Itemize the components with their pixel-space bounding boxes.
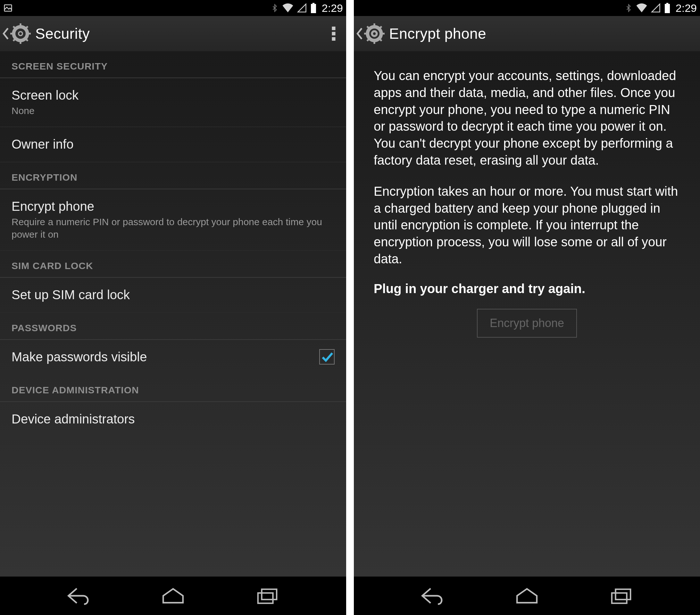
item-subtitle: None	[12, 104, 335, 117]
up-button[interactable]	[357, 23, 385, 44]
cell-signal-icon	[651, 3, 661, 13]
svg-rect-12	[262, 589, 277, 600]
svg-rect-9	[332, 27, 336, 30]
encrypt-paragraph-2: Encryption takes an hour or more. You mu…	[374, 183, 680, 268]
svg-rect-21	[612, 593, 627, 603]
picture-icon	[3, 3, 13, 13]
wifi-icon	[282, 3, 293, 13]
battery-icon	[310, 3, 317, 13]
phone-left: 2:29	[0, 0, 346, 615]
bluetooth-icon	[624, 2, 633, 13]
cell-signal-icon	[297, 3, 307, 13]
svg-rect-10	[332, 32, 336, 36]
item-title: Make passwords visible	[12, 349, 319, 365]
item-device-administrators[interactable]: Device administrators	[0, 402, 346, 437]
bluetooth-icon	[271, 2, 279, 13]
status-bar: 2:29	[0, 0, 346, 16]
svg-point-19	[373, 33, 376, 35]
section-header-encryption: ENCRYPTION	[0, 163, 346, 189]
navigation-bar	[0, 577, 346, 615]
section-header-screen-security: SCREEN SECURITY	[0, 51, 346, 78]
item-encrypt-phone[interactable]: Encrypt phone Require a numeric PIN or p…	[0, 189, 346, 251]
encrypt-body[interactable]: You can encrypt your accounts, settings,…	[354, 51, 700, 577]
page-title: Security	[35, 25, 90, 42]
svg-rect-20	[616, 589, 631, 600]
settings-gear-icon	[364, 23, 385, 44]
overflow-menu-button[interactable]	[326, 23, 342, 44]
item-subtitle: Require a numeric PIN or password to dec…	[12, 216, 335, 241]
item-owner-info[interactable]: Owner info	[0, 127, 346, 163]
chevron-left-icon	[2, 27, 9, 41]
nav-recents-button[interactable]	[252, 580, 283, 611]
page-title: Encrypt phone	[389, 25, 486, 42]
encrypt-description: You can encrypt your accounts, settings,…	[374, 67, 680, 268]
phone-right: 2:29	[354, 0, 700, 615]
nav-home-button[interactable]	[512, 580, 542, 611]
back-icon	[66, 586, 91, 605]
svg-rect-14	[666, 3, 668, 4]
item-sim-card-lock[interactable]: Set up SIM card lock	[0, 278, 346, 313]
svg-rect-15	[665, 4, 670, 13]
charger-warning: Plug in your charger and try again.	[374, 282, 680, 296]
svg-rect-11	[332, 37, 336, 41]
item-screen-lock[interactable]: Screen lock None	[0, 78, 346, 127]
nav-back-button[interactable]	[417, 580, 448, 611]
nav-home-button[interactable]	[158, 580, 188, 611]
action-bar: Encrypt phone	[354, 16, 700, 51]
wifi-icon	[636, 3, 648, 13]
item-title: Set up SIM card lock	[12, 287, 335, 303]
section-header-passwords: PASSWORDS	[0, 313, 346, 340]
home-icon	[515, 587, 539, 604]
recents-icon	[610, 587, 633, 604]
status-time: 2:29	[676, 2, 697, 14]
nav-recents-button[interactable]	[606, 580, 637, 611]
status-time: 2:29	[322, 2, 343, 14]
item-title: Screen lock	[12, 87, 335, 103]
svg-point-8	[19, 33, 22, 35]
settings-gear-icon	[10, 23, 31, 44]
nav-back-button[interactable]	[63, 580, 94, 611]
action-bar: Security	[0, 16, 346, 51]
item-title: Owner info	[12, 136, 335, 152]
section-header-sim-card-lock: SIM CARD LOCK	[0, 251, 346, 278]
encrypt-paragraph-1: You can encrypt your accounts, settings,…	[374, 67, 680, 169]
svg-rect-13	[258, 593, 273, 603]
svg-rect-2	[311, 4, 316, 13]
battery-icon	[664, 3, 671, 13]
item-title: Encrypt phone	[12, 198, 335, 214]
home-icon	[161, 587, 185, 604]
back-icon	[420, 586, 445, 605]
encrypt-phone-button: Encrypt phone	[477, 309, 577, 337]
item-title: Device administrators	[12, 411, 335, 427]
recents-icon	[256, 587, 278, 604]
section-header-device-admin: DEVICE ADMINISTRATION	[0, 375, 346, 402]
chevron-left-icon	[357, 27, 363, 41]
overflow-icon	[332, 27, 336, 41]
checkbox-passwords-visible[interactable]	[319, 349, 335, 364]
svg-rect-1	[312, 3, 314, 4]
status-bar: 2:29	[354, 0, 700, 16]
navigation-bar	[354, 577, 700, 615]
item-passwords-visible[interactable]: Make passwords visible	[0, 340, 346, 375]
check-icon	[321, 350, 333, 363]
up-button[interactable]	[2, 23, 31, 44]
settings-list[interactable]: SCREEN SECURITY Screen lock None Owner i…	[0, 51, 346, 577]
